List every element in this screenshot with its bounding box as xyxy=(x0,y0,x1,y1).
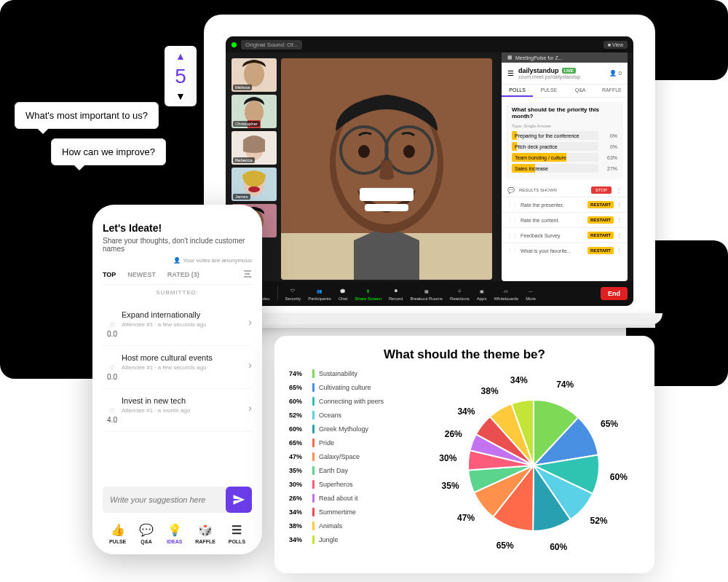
more-icon[interactable]: ⋮ xyxy=(617,202,622,208)
participant-thumb[interactable]: Christopher xyxy=(232,95,277,128)
restart-button[interactable]: RESTART xyxy=(587,216,614,224)
thumb-name: Rebecca xyxy=(233,157,255,163)
idea-meta: Attendee #1 · a month ago xyxy=(122,407,248,414)
nav-qa[interactable]: 💬Q&A xyxy=(139,523,154,544)
panel-tab-label: MeetingPulse for Z... xyxy=(515,55,563,60)
idea-meta: Attendee #1 · a few seconds ago xyxy=(122,321,248,328)
poll-list-item[interactable]: ⋮⋮Feedback SurveyRESTART⋮ xyxy=(502,227,628,243)
more-icon[interactable]: ⋮ xyxy=(617,248,622,253)
chart-title: What should the theme be? xyxy=(289,347,640,362)
submitted-label: SUBMITTED: xyxy=(103,289,252,296)
participant-thumb[interactable]: Rebecca xyxy=(232,131,277,165)
pie-chart: 74%65%60%52%60%65%47%35%30%26%34%38%34% xyxy=(427,369,640,562)
participants-button[interactable]: 👥Participants xyxy=(308,286,331,301)
restart-button[interactable]: RESTART xyxy=(587,247,614,254)
poll-option-bar[interactable]: Preparing for the conference xyxy=(512,131,598,140)
poll-controls: 💬 RESULTS SHOWN STOP ⋮ xyxy=(502,184,628,197)
whiteboards-button[interactable]: ▭Whiteboards xyxy=(494,286,518,301)
svg-text:35%: 35% xyxy=(442,481,459,491)
chat-button[interactable]: 💬Chat xyxy=(339,286,348,301)
tab-rated[interactable]: RATED (3) xyxy=(167,271,199,278)
reactions-button[interactable]: ☺Reactions xyxy=(450,286,470,301)
poll-option-bar[interactable]: Pitch deck practice xyxy=(512,142,598,151)
restart-button[interactable]: RESTART xyxy=(587,232,614,239)
breakout-button[interactable]: ▦Breakout Rooms xyxy=(410,286,443,301)
suggestion-input-row xyxy=(103,487,252,513)
sort-tabs: TOP NEWEST RATED (3) xyxy=(103,270,252,285)
star-icon[interactable]: ☆ xyxy=(103,321,122,329)
tab-pulse[interactable]: PULSE xyxy=(533,84,564,97)
idea-title: Host more cultural events xyxy=(122,353,248,362)
idea-item[interactable]: ☆4.0Invest in new techAttendee #1 · a mo… xyxy=(103,389,252,432)
participant-count: 👤 0 xyxy=(609,70,622,76)
filter-icon[interactable] xyxy=(243,270,252,280)
nav-ideas[interactable]: 💡IDEAS xyxy=(167,523,182,544)
end-button[interactable]: End xyxy=(601,287,628,300)
send-button[interactable] xyxy=(226,487,252,513)
svg-point-20 xyxy=(248,186,260,192)
svg-text:60%: 60% xyxy=(610,472,628,482)
participant-thumb[interactable]: James xyxy=(232,168,277,201)
idea-item[interactable]: ☆0.0Host more cultural eventsAttendee #1… xyxy=(103,346,252,389)
more-icon[interactable]: ⋮ xyxy=(617,217,622,223)
shield-icon: 🛡 xyxy=(288,286,297,295)
share-screen-button[interactable]: ⬆Share Screen xyxy=(355,286,381,301)
more-button[interactable]: ⋯More xyxy=(526,286,536,301)
chat-icon: 💬 xyxy=(339,286,347,295)
apps-icon: ▣ xyxy=(478,286,486,295)
bottom-nav: 👍PULSE 💬Q&A 💡IDEAS 🎲RAFFLE ☰POLLS xyxy=(103,520,252,544)
tab-top[interactable]: TOP xyxy=(103,271,116,278)
legend-item: 60%Connecting with peers xyxy=(289,397,427,406)
nav-polls[interactable]: ☰POLLS xyxy=(229,523,245,544)
svg-text:60%: 60% xyxy=(550,542,567,552)
apps-button[interactable]: ▣Apps xyxy=(477,286,487,301)
security-button[interactable]: 🛡Security xyxy=(285,286,301,301)
nav-pulse[interactable]: 👍PULSE xyxy=(109,523,126,544)
more-icon[interactable]: ⋮ xyxy=(617,232,622,238)
share-icon: ⬆ xyxy=(364,286,373,295)
poll-list-item[interactable]: ⋮⋮What is your favorite...RESTART⋮ xyxy=(502,243,628,258)
thumb-name: James xyxy=(233,194,250,200)
tab-raffle[interactable]: RAFFLE xyxy=(596,84,628,97)
stepper-up-icon[interactable]: ▲ xyxy=(175,50,186,62)
svg-text:47%: 47% xyxy=(457,513,475,523)
speech-bubble-1: What's most important to us? xyxy=(15,102,159,129)
poll-option-bar[interactable]: Sales increase xyxy=(512,164,598,173)
poll-list-item[interactable]: ⋮⋮Rate the content.RESTART⋮ xyxy=(502,212,628,227)
menu-icon[interactable]: ☰ xyxy=(507,69,514,77)
legend-item: 65%Pride xyxy=(289,439,427,447)
svg-text:65%: 65% xyxy=(601,419,618,429)
main-speaker-video[interactable] xyxy=(281,58,492,280)
nav-raffle[interactable]: 🎲RAFFLE xyxy=(195,523,215,544)
speech-bubble-2: How can we improve? xyxy=(51,138,166,165)
star-icon[interactable]: ☆ xyxy=(103,363,122,371)
star-icon[interactable]: ☆ xyxy=(103,406,122,414)
poll-list-item[interactable]: ⋮⋮Rate the presenter.RESTART⋮ xyxy=(502,197,628,212)
chevron-right-icon: › xyxy=(248,310,252,328)
participant-thumb[interactable]: Melissa xyxy=(232,58,277,92)
anon-label: 👤Your votes are anonymous xyxy=(103,257,252,264)
active-poll: What should be the priority this month? … xyxy=(506,102,623,179)
tab-qa[interactable]: Q&A xyxy=(565,84,596,97)
idea-score: ☆4.0 xyxy=(103,396,122,424)
svg-point-7 xyxy=(358,145,370,158)
panel-tab[interactable]: ▦ MeetingPulse for Z... xyxy=(502,52,628,63)
stop-button[interactable]: STOP xyxy=(591,186,612,194)
suggestion-input[interactable] xyxy=(103,488,226,511)
phone-frame: Let's Ideate! Share your thoughts, don't… xyxy=(92,205,262,554)
legend-item: 60%Greek Mythology xyxy=(289,425,427,433)
restart-button[interactable]: RESTART xyxy=(587,201,614,208)
view-button[interactable]: ■ View xyxy=(604,41,628,49)
idea-item[interactable]: ☆0.0Expand internationallyAttendee #1 · … xyxy=(103,303,252,346)
stepper-down-icon[interactable]: ▼ xyxy=(175,90,186,102)
tab-newest[interactable]: NEWEST xyxy=(127,271,156,278)
live-badge: LIVE xyxy=(562,68,576,74)
chevron-right-icon: › xyxy=(248,396,252,414)
record-button[interactable]: ⏺Record xyxy=(389,286,403,301)
tab-polls[interactable]: POLLS xyxy=(502,84,533,97)
more-icon[interactable]: ⋮ xyxy=(616,187,622,194)
breakout-icon: ▦ xyxy=(422,286,431,295)
poll-option-bar[interactable]: Team bonding / culture xyxy=(512,153,598,162)
legend-item: 34%Summertime xyxy=(289,508,427,516)
status-dot-icon xyxy=(232,42,237,47)
